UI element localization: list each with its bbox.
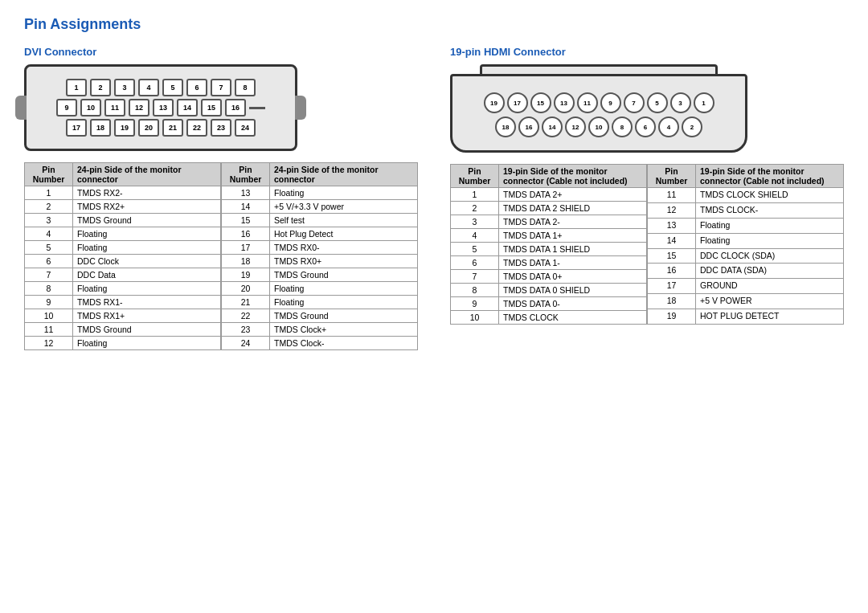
table-row: 18TMDS RX0+	[222, 255, 418, 268]
hdmi-table-left: PinNumber 19-pin Side of the monitor con…	[450, 164, 647, 325]
pin-number: 2	[451, 202, 499, 215]
pin-desc: TMDS CLOCK SHIELD	[696, 188, 844, 203]
dvi-section-title: DVI Connector	[24, 46, 418, 58]
table-row: 12TMDS CLOCK-	[648, 202, 844, 218]
dvi-pin-5: 5	[162, 79, 183, 96]
dvi-pin-13: 13	[153, 99, 174, 116]
pin-number: 9	[25, 296, 73, 309]
dvi-table-right: Pin Number 24-pin Side of the monitor co…	[221, 162, 418, 350]
dvi-row-2: 9 10 11 12 13 14 15 16	[39, 99, 282, 116]
hdmi-pin-18: 18	[495, 116, 516, 137]
dvi-pin-23: 23	[211, 119, 231, 137]
pin-desc: Self test	[270, 214, 418, 227]
hdmi-pin-15: 15	[530, 92, 551, 113]
pin-desc: TMDS DATA 1+	[499, 229, 647, 243]
pin-number: 20	[222, 282, 270, 296]
table-row: 11TMDS Ground	[25, 323, 221, 337]
pin-number: 7	[451, 270, 499, 284]
hdmi-pin-5: 5	[647, 92, 668, 113]
hdmi-desc-header-right: 19-pin Side of the monitor connector (Ca…	[696, 165, 844, 188]
pin-number: 22	[222, 309, 270, 323]
pin-desc: TMDS DATA 1 SHIELD	[499, 243, 647, 256]
pin-desc: TMDS RX1-	[73, 296, 221, 309]
hdmi-row-bottom: 18 16 14 12 10 8 6 4 2	[469, 116, 729, 137]
dvi-pin-24: 24	[235, 119, 256, 137]
table-row: 16Hot Plug Detect	[222, 227, 418, 241]
hdmi-top-tab	[480, 64, 718, 74]
pin-desc: TMDS Ground	[270, 268, 418, 282]
table-row: 2TMDS RX2+	[25, 200, 221, 214]
hdmi-pin-6: 6	[635, 116, 656, 137]
pin-desc: Floating	[73, 227, 221, 241]
pin-desc: TMDS RX2-	[73, 186, 221, 200]
table-row: 1TMDS RX2-	[25, 186, 221, 200]
table-row: 10TMDS CLOCK	[451, 311, 647, 325]
hdmi-pin-9: 9	[600, 92, 621, 113]
dvi-pin-6: 6	[186, 79, 207, 96]
dvi-pin-12: 12	[129, 99, 149, 116]
hdmi-pin-12: 12	[565, 116, 586, 137]
pin-number: 16	[648, 264, 696, 279]
hdmi-table-right: PinNumber 19-pin Side of the monitor con…	[647, 164, 844, 325]
dvi-col-desc-header-right: 24-pin Side of the monitor connector	[270, 163, 418, 186]
pin-number: 7	[25, 268, 73, 282]
dvi-section: DVI Connector 1 2 3 4 5 6 7 8 9 10 11 12…	[24, 46, 418, 350]
hdmi-desc-header-left: 19-pin Side of the monitor connector (Ca…	[499, 165, 647, 188]
pin-desc: Floating	[270, 282, 418, 296]
table-row: 14+5 V/+3.3 V power	[222, 200, 418, 214]
pin-desc: DDC Data	[73, 268, 221, 282]
dvi-col-desc-header-left: 24-pin Side of the monitor connector	[73, 163, 221, 186]
dvi-pin-9: 9	[56, 99, 77, 116]
hdmi-section-title: 19-pin HDMI Connector	[450, 46, 844, 58]
table-row: 5Floating	[25, 241, 221, 255]
table-row: 19HOT PLUG DETECT	[648, 309, 844, 325]
table-row: 18+5 V POWER	[648, 294, 844, 309]
hdmi-pin-11: 11	[577, 92, 598, 113]
table-row: 11TMDS CLOCK SHIELD	[648, 188, 844, 203]
hdmi-table-wrapper: PinNumber 19-pin Side of the monitor con…	[450, 164, 844, 325]
pin-number: 19	[648, 309, 696, 325]
hdmi-pin-7: 7	[624, 92, 645, 113]
pin-number: 12	[648, 202, 696, 218]
pin-number: 15	[648, 248, 696, 264]
pin-desc: TMDS CLOCK-	[696, 202, 844, 218]
hdmi-section: 19-pin HDMI Connector 19 17 15 13 11 9 7…	[450, 46, 844, 350]
hdmi-row-top: 19 17 15 13 11 9 7 5 3 1	[469, 92, 729, 113]
pin-number: 10	[25, 309, 73, 323]
pin-number: 6	[25, 255, 73, 268]
pin-number: 17	[648, 279, 696, 294]
table-row: 20Floating	[222, 282, 418, 296]
hdmi-pin-3: 3	[670, 92, 691, 113]
pin-desc: TMDS DATA 0 SHIELD	[499, 284, 647, 297]
pin-number: 19	[222, 268, 270, 282]
pin-desc: Floating	[270, 296, 418, 309]
pin-number: 14	[648, 233, 696, 248]
dvi-pin-1: 1	[66, 79, 87, 96]
dvi-table-left: Pin Number 24-pin Side of the monitor co…	[24, 162, 221, 350]
table-row: 9TMDS RX1-	[25, 296, 221, 309]
pin-desc: TMDS DATA 2 SHIELD	[499, 202, 647, 215]
table-row: 8Floating	[25, 282, 221, 296]
pin-number: 12	[25, 337, 73, 350]
pin-desc: TMDS CLOCK	[499, 311, 647, 325]
table-row: 8TMDS DATA 0 SHIELD	[451, 284, 647, 297]
table-row: 10TMDS RX1+	[25, 309, 221, 323]
pin-number: 14	[222, 200, 270, 214]
pin-number: 5	[451, 243, 499, 256]
pin-number: 16	[222, 227, 270, 241]
table-row: 12Floating	[25, 337, 221, 350]
pin-number: 6	[451, 256, 499, 270]
table-row: 22TMDS Ground	[222, 309, 418, 323]
dvi-pin-15: 15	[201, 99, 222, 116]
pin-number: 3	[451, 215, 499, 229]
pin-desc: TMDS DATA 0+	[499, 270, 647, 284]
table-row: 13Floating	[648, 218, 844, 233]
hdmi-pin-header-left: PinNumber	[451, 165, 499, 188]
pin-desc: Floating	[73, 241, 221, 255]
dvi-pin-18: 18	[90, 119, 111, 137]
pin-desc: TMDS Ground	[73, 214, 221, 227]
pin-number: 8	[451, 284, 499, 297]
table-row: 16DDC DATA (SDA)	[648, 264, 844, 279]
pin-desc: DDC DATA (SDA)	[696, 264, 844, 279]
table-row: 4TMDS DATA 1+	[451, 229, 647, 243]
